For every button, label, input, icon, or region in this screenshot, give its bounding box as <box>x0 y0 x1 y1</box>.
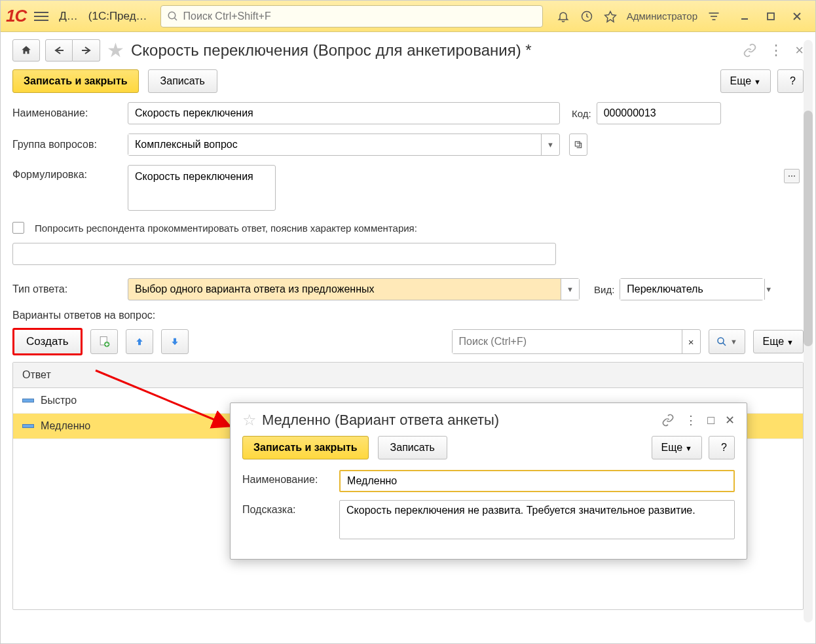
bell-icon[interactable] <box>556 9 570 24</box>
menu-icon[interactable] <box>34 12 48 21</box>
scrollbar-thumb[interactable] <box>804 111 813 346</box>
minimize-button[interactable] <box>732 7 758 26</box>
wording-label: Формулировка: <box>12 165 122 181</box>
favorite-star-icon[interactable]: ★ <box>107 39 124 62</box>
svg-rect-8 <box>768 13 774 20</box>
wording-expand-button[interactable]: ⋯ <box>784 169 800 183</box>
group-select[interactable]: ▼ <box>128 134 560 156</box>
maximize-button[interactable] <box>758 7 784 26</box>
wording-textarea[interactable] <box>128 165 276 211</box>
titlebar-icons: Администратор <box>556 9 721 24</box>
link-icon[interactable] <box>743 43 757 58</box>
answers-search-input[interactable] <box>453 330 682 353</box>
answer-item-icon <box>22 399 34 402</box>
code-input[interactable] <box>597 102 721 124</box>
answer-variant-dialog: ☆ Медленно (Вариант ответа анкеты) ⋮ □ ✕… <box>230 402 747 560</box>
answers-search-clear-icon[interactable]: × <box>682 330 700 353</box>
titlebar: 1C Д… (1С:Пред… Администратор <box>1 1 815 32</box>
answers-toolbar: Создать × ▼ Еще▼ <box>12 328 804 355</box>
answer-type-select[interactable]: ▼ <box>128 278 580 300</box>
group-open-button[interactable] <box>569 134 587 156</box>
dialog-save-close-button[interactable]: Записать и закрыть <box>242 436 369 459</box>
dialog-help-button[interactable]: ? <box>709 436 735 459</box>
dialog-name-input[interactable] <box>339 470 735 492</box>
forward-button[interactable] <box>73 39 100 62</box>
view-select[interactable]: ▼ <box>620 278 764 300</box>
window-buttons <box>732 7 810 26</box>
dialog-title: Медленно (Вариант ответа анкеты) <box>262 412 499 429</box>
dialog-link-icon[interactable] <box>661 414 675 427</box>
save-button[interactable]: Записать <box>148 69 217 93</box>
global-search[interactable] <box>160 5 543 27</box>
home-button[interactable] <box>12 39 40 62</box>
close-window-button[interactable] <box>784 7 810 26</box>
dialog-hint-textarea[interactable] <box>339 500 735 539</box>
star-icon[interactable] <box>603 9 618 24</box>
name-input[interactable] <box>128 102 560 124</box>
answer-text: Медленно <box>41 420 90 432</box>
global-search-input[interactable] <box>160 5 543 27</box>
dialog-more-button[interactable]: Еще▼ <box>652 436 702 459</box>
ask-comment-label: Попросить респондента прокомментировать … <box>35 223 417 234</box>
move-up-button[interactable] <box>126 329 153 354</box>
answers-table-header[interactable]: Ответ <box>13 363 803 388</box>
dialog-close-icon[interactable]: ✕ <box>725 413 735 427</box>
dialog-star-icon[interactable]: ☆ <box>242 411 257 429</box>
answer-type-input[interactable] <box>128 279 561 300</box>
variants-label: Варианты ответов на вопрос: <box>12 310 804 321</box>
answer-item-icon <box>22 424 34 428</box>
dialog-hint-label: Подсказка: <box>242 500 334 516</box>
app-title-paren: (1С:Пред… <box>88 10 147 23</box>
view-label: Вид: <box>594 284 614 295</box>
dialog-kebab-icon[interactable]: ⋮ <box>685 413 697 427</box>
page-title: Скорость переключения (Вопрос для анкети… <box>131 41 532 60</box>
group-input[interactable] <box>128 134 541 155</box>
nav-group <box>12 39 100 62</box>
svg-line-15 <box>723 343 726 346</box>
view-input[interactable] <box>620 279 764 300</box>
logo-1c: 1C <box>6 6 26 26</box>
answers-more-button[interactable]: Еще▼ <box>753 330 804 353</box>
group-label: Группа вопросов: <box>12 139 122 151</box>
settings-lines-icon[interactable] <box>707 9 721 24</box>
move-down-button[interactable] <box>161 329 189 354</box>
code-label: Код: <box>572 108 591 119</box>
group-dropdown-icon[interactable]: ▼ <box>541 134 559 155</box>
current-user[interactable]: Администратор <box>627 10 697 22</box>
more-button[interactable]: Еще▼ <box>720 69 771 93</box>
search-icon <box>167 10 179 22</box>
dialog-save-button[interactable]: Записать <box>378 436 447 459</box>
view-dropdown-icon[interactable]: ▼ <box>764 279 772 300</box>
app-title-short: Д… <box>59 10 78 23</box>
answers-search[interactable]: × <box>452 329 701 354</box>
answer-type-dropdown-icon[interactable]: ▼ <box>561 279 579 300</box>
history-icon[interactable] <box>580 9 594 24</box>
svg-marker-3 <box>604 11 616 22</box>
dialog-name-label: Наименование: <box>242 470 334 486</box>
svg-point-0 <box>168 12 176 19</box>
app-window: 1C Д… (1С:Пред… Администратор <box>0 0 816 644</box>
svg-rect-11 <box>575 141 580 146</box>
create-answer-button[interactable]: Создать <box>12 328 83 355</box>
save-and-close-button[interactable]: Записать и закрыть <box>12 69 139 93</box>
answer-text: Быстро <box>41 395 77 406</box>
close-tab-icon[interactable]: × <box>795 42 804 59</box>
add-copy-button[interactable] <box>90 329 118 354</box>
answers-search-button[interactable]: ▼ <box>709 329 745 354</box>
comment-hint-input[interactable] <box>12 243 556 265</box>
ask-comment-checkbox[interactable] <box>12 222 24 234</box>
svg-line-1 <box>174 18 177 20</box>
back-button[interactable] <box>45 39 73 62</box>
kebab-icon[interactable]: ⋮ <box>769 42 783 59</box>
dialog-maximize-icon[interactable]: □ <box>707 414 714 427</box>
answer-type-label: Тип ответа: <box>12 283 122 295</box>
help-button[interactable]: ? <box>777 69 804 93</box>
name-label: Наименование: <box>12 107 122 119</box>
page-header: ★ Скорость переключения (Вопрос для анке… <box>1 32 815 65</box>
command-bar: Записать и закрыть Записать Еще▼ ? <box>1 65 815 102</box>
